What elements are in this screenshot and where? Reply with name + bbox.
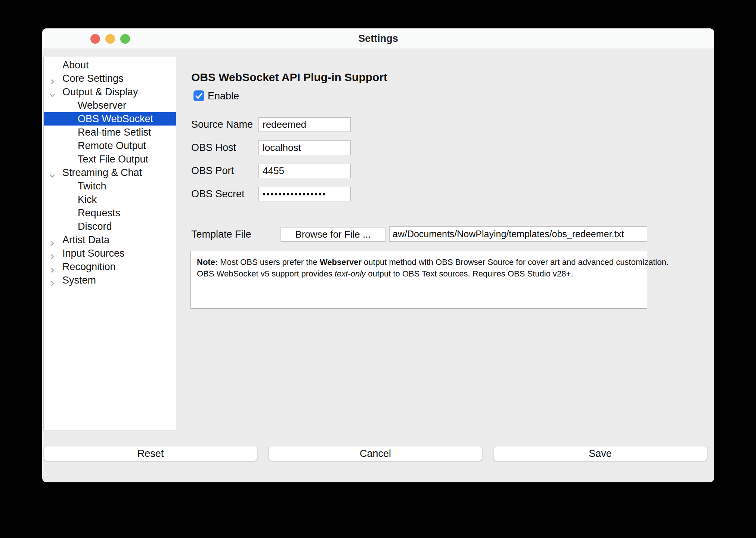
sidebar-item-obs-websocket[interactable]: OBS WebSocket <box>44 112 176 126</box>
obs-host-label: OBS Host <box>191 140 258 155</box>
save-button[interactable]: Save <box>493 446 707 461</box>
sidebar-item-label: Real-time Setlist <box>78 126 151 139</box>
sidebar-item-label: About <box>62 58 89 72</box>
sidebar-item-label: Input Sources <box>62 247 125 260</box>
sidebar-item-input-sources[interactable]: Input Sources <box>44 247 176 260</box>
sidebar-item-label: Output & Display <box>62 85 138 99</box>
obs-port-label: OBS Port <box>191 164 258 178</box>
sidebar-item-label: System <box>62 273 96 287</box>
sidebar-item-label: Artist Data <box>62 233 109 247</box>
settings-window: Settings About Core Settings Output & Di… <box>42 28 714 482</box>
sidebar-item-streaming-chat[interactable]: Streaming & Chat <box>44 166 176 179</box>
obs-secret-label: OBS Secret <box>191 187 258 201</box>
reset-button[interactable]: Reset <box>44 446 257 461</box>
sidebar-item-label: Webserver <box>78 99 126 112</box>
zoom-button[interactable] <box>120 34 130 44</box>
enable-checkbox[interactable] <box>193 90 204 101</box>
sidebar-item-webserver[interactable]: Webserver <box>44 99 176 112</box>
source-name-label: Source Name <box>191 117 258 132</box>
sidebar-item-label: Streaming & Chat <box>62 166 142 179</box>
window-title: Settings <box>42 28 714 49</box>
note-line-2: OBS WebSocket v5 support provides text-o… <box>197 268 641 279</box>
obs-host-input[interactable] <box>258 140 351 155</box>
sidebar-item-system[interactable]: System <box>44 273 176 287</box>
note-text: output method with OBS Browser Source fo… <box>362 257 669 267</box>
sidebar-item-label: Twitch <box>78 179 106 193</box>
browse-for-file-button[interactable]: Browse for File ... <box>281 227 385 242</box>
chevron-right-icon[interactable] <box>49 250 56 257</box>
note-text: output to OBS Text sources. Requires OBS… <box>366 269 573 278</box>
note-line-1: Note: Most OBS users prefer the Webserve… <box>197 256 641 268</box>
sidebar-item-artist-data[interactable]: Artist Data <box>44 233 176 247</box>
note-label: Note: <box>197 257 218 267</box>
chevron-right-icon[interactable] <box>49 263 56 270</box>
chevron-down-icon[interactable] <box>49 169 56 176</box>
chevron-right-icon[interactable] <box>49 75 56 82</box>
sidebar-item-label: Kick <box>78 193 97 206</box>
chevron-down-icon[interactable] <box>49 89 56 95</box>
chevron-right-icon[interactable] <box>49 277 56 284</box>
minimize-button[interactable] <box>105 34 115 44</box>
sidebar-item-label: Requests <box>78 206 120 220</box>
cancel-button[interactable]: Cancel <box>269 446 482 461</box>
note-text: Most OBS users prefer the <box>218 257 320 267</box>
sidebar-item-kick[interactable]: Kick <box>44 193 176 206</box>
page-title: OBS WebSocket API Plug-in Support <box>191 71 387 84</box>
obs-secret-input[interactable] <box>258 187 351 201</box>
template-file-label: Template File <box>191 227 251 242</box>
sidebar-item-about[interactable]: About <box>44 58 176 72</box>
template-file-path-input[interactable] <box>389 226 647 242</box>
screen: Settings About Core Settings Output & Di… <box>0 0 756 538</box>
sidebar-item-discord[interactable]: Discord <box>44 220 176 233</box>
sidebar-item-output-display[interactable]: Output & Display <box>44 85 176 99</box>
sidebar-item-label: OBS WebSocket <box>78 112 153 126</box>
note-text-italic: text-only <box>335 269 366 278</box>
obs-port-input[interactable] <box>258 164 351 178</box>
sidebar-item-realtime-setlist[interactable]: Real-time Setlist <box>44 126 176 139</box>
settings-nav-tree: About Core Settings Output & Display Web… <box>43 57 176 430</box>
sidebar-item-text-file-output[interactable]: Text File Output <box>44 152 176 166</box>
sidebar-item-remote-output[interactable]: Remote Output <box>44 139 176 152</box>
close-button[interactable] <box>90 34 100 44</box>
source-name-input[interactable] <box>258 117 351 132</box>
sidebar-item-label: Text File Output <box>78 152 148 166</box>
sidebar-item-label: Discord <box>78 220 112 233</box>
sidebar-item-label: Remote Output <box>78 139 146 152</box>
sidebar-item-label: Core Settings <box>62 72 124 85</box>
sidebar-item-label: Recognition <box>62 260 116 273</box>
note-text: OBS WebSocket v5 support provides <box>197 269 335 278</box>
chevron-right-icon[interactable] <box>49 236 56 243</box>
sidebar-item-core-settings[interactable]: Core Settings <box>44 72 176 85</box>
note-box: Note: Most OBS users prefer the Webserve… <box>190 251 647 309</box>
sidebar-item-recognition[interactable]: Recognition <box>44 260 176 273</box>
title-bar: Settings <box>42 28 714 49</box>
sidebar-item-twitch[interactable]: Twitch <box>44 179 176 193</box>
sidebar-item-requests[interactable]: Requests <box>44 206 176 220</box>
checkmark-icon <box>193 90 204 101</box>
enable-label: Enable <box>208 90 239 102</box>
note-text-bold: Webserver <box>320 257 362 267</box>
